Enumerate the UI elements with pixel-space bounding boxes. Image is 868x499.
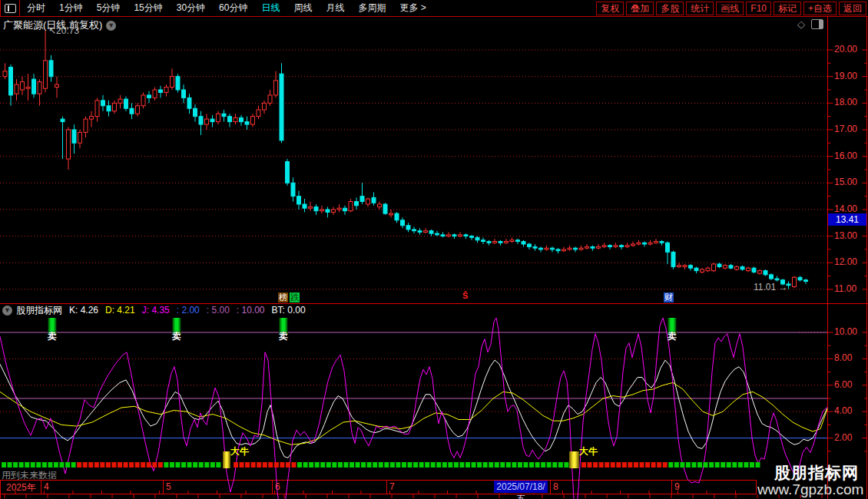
tool-button-画线[interactable]: 画线: [716, 2, 744, 15]
candle-body: [556, 250, 560, 251]
candle-body: [717, 264, 721, 266]
menu-item-30分钟[interactable]: 30分钟: [177, 2, 205, 15]
strip-square: [697, 462, 702, 468]
price-axis-label: 16.00: [834, 150, 868, 161]
strip-square: [100, 462, 104, 468]
low-price-annotation: 11.01 →: [754, 282, 787, 292]
menu-item-5分钟[interactable]: 5分钟: [97, 2, 121, 15]
candle-body: [21, 82, 25, 90]
candle-body: [26, 88, 30, 89]
strip-square: [257, 462, 261, 468]
candle-body: [620, 246, 624, 247]
strip-square: [94, 462, 99, 468]
strip-square: [332, 462, 336, 468]
candle-body: [493, 242, 497, 243]
strip-square: [640, 462, 644, 468]
date-month-label: 7: [389, 481, 395, 492]
candle-body: [217, 114, 220, 121]
menu-item-月线[interactable]: 月线: [326, 2, 344, 15]
candle-body: [9, 68, 13, 95]
candle-body: [424, 231, 428, 233]
strip-square: [704, 462, 708, 468]
chevron-down-icon[interactable]: ▼: [106, 21, 116, 31]
date-month-label: 8: [553, 481, 558, 492]
candle-body: [234, 117, 237, 121]
candle-body: [349, 202, 353, 211]
menu-item-15分钟[interactable]: 15分钟: [134, 2, 162, 15]
strip-square: [715, 462, 720, 468]
bt-value: BT: 0.00: [272, 305, 306, 316]
strip-square: [518, 462, 522, 468]
title-row: 广聚能源(日线,前复权) ▼: [0, 17, 827, 34]
diamond-icon[interactable]: ◇: [797, 18, 805, 30]
strip-square: [535, 462, 540, 468]
k-value: K: 4.26: [69, 305, 98, 316]
candle-body: [441, 235, 445, 236]
tool-button-复权[interactable]: 复权: [596, 2, 624, 15]
strip-square: [77, 462, 81, 468]
strip-square: [36, 462, 41, 468]
date-month-label: 4: [44, 481, 49, 492]
candle-body: [602, 246, 606, 247]
candle-body: [510, 240, 514, 242]
candle-body: [551, 248, 555, 250]
title-right-icons: ◇: [797, 18, 823, 30]
menu-item-日线[interactable]: 日线: [261, 2, 280, 15]
strip-square: [170, 462, 174, 468]
tool-button-返回[interactable]: 返回: [839, 2, 866, 15]
strip-square: [651, 462, 656, 468]
window-icon-box[interactable]: [0, 0, 20, 16]
chevron-down-icon[interactable]: ▼: [2, 306, 12, 316]
strip-square: [628, 462, 632, 468]
candle-body: [280, 74, 283, 140]
candle-body: [683, 266, 687, 267]
candle-body: [378, 204, 382, 207]
menu-item-分时[interactable]: 分时: [27, 2, 45, 15]
candle-body: [222, 114, 226, 116]
candle-body: [775, 279, 779, 280]
menu-item-60分钟[interactable]: 60分钟: [219, 2, 247, 15]
candle-body: [429, 231, 433, 233]
badge-bang: 榜: [278, 292, 288, 302]
menu-item-周线[interactable]: 周线: [293, 2, 312, 15]
strip-square: [373, 462, 377, 468]
candle-body: [194, 108, 197, 116]
menu-item-更多 >[interactable]: 更多 >: [399, 2, 426, 15]
strip-square: [547, 462, 552, 468]
price-axis-label: 12.00: [834, 256, 868, 267]
bull-signal-label: 大牛: [579, 445, 598, 458]
tool-button-统计[interactable]: 统计: [686, 2, 714, 15]
menu-item-1分钟[interactable]: 1分钟: [59, 2, 83, 15]
strip-square: [210, 462, 215, 468]
strip-square: [338, 462, 343, 468]
candle-body: [291, 183, 295, 196]
candle-body: [55, 84, 59, 87]
tool-button-+自选[interactable]: +自选: [803, 2, 837, 15]
candle-body: [671, 252, 675, 266]
candle-body: [15, 84, 18, 94]
candle-body: [447, 235, 451, 236]
candle-body: [579, 248, 583, 250]
strip-square: [727, 462, 731, 468]
candle-body: [263, 103, 267, 110]
tool-button-叠加[interactable]: 叠加: [626, 2, 654, 15]
tool-button-F10[interactable]: F10: [746, 2, 771, 15]
panel-layout-icon[interactable]: [811, 19, 823, 29]
candle-body: [735, 266, 739, 269]
strip-square: [309, 462, 313, 468]
chart-canvas[interactable]: [0, 0, 868, 499]
indicator-name[interactable]: 股朋指标网: [16, 304, 62, 317]
strip-square: [343, 462, 348, 468]
candle-body: [660, 242, 664, 243]
price-axis-label: 19.00: [834, 71, 868, 81]
price-axis-label: 15.00: [834, 177, 868, 187]
tool-button-标记[interactable]: 标记: [774, 2, 801, 15]
strip-square: [657, 462, 661, 468]
menu-item-多周期[interactable]: 多周期: [358, 2, 386, 15]
strip-square: [2, 462, 6, 468]
candle-body: [182, 90, 186, 97]
candle-body: [740, 266, 744, 269]
tool-button-多股[interactable]: 多股: [656, 2, 684, 15]
candle-body: [95, 101, 99, 117]
strip-square: [13, 462, 18, 468]
